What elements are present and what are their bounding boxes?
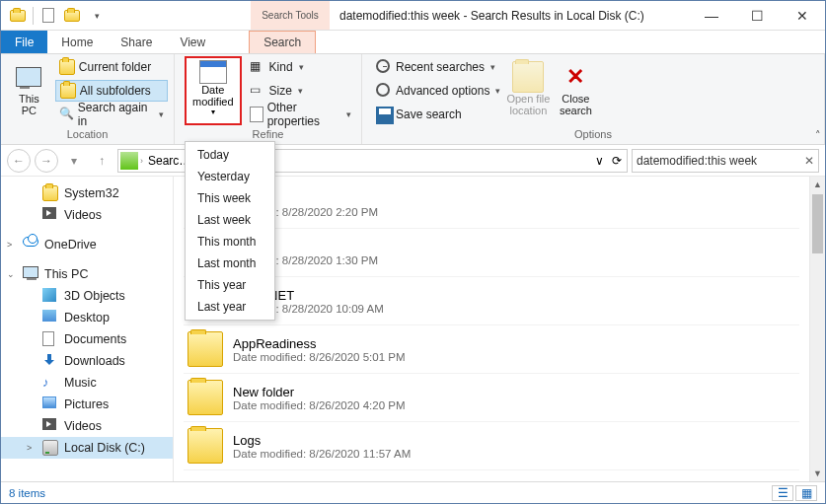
result-item[interactable]: LogsDate modified: 8/26/2020 11:57 AM	[184, 422, 799, 470]
view-details-icon[interactable]: ☰	[772, 485, 793, 501]
tree-node[interactable]: System32	[1, 182, 173, 204]
current-folder-button[interactable]: Current folder	[55, 56, 168, 78]
tree-node[interactable]: Pictures	[1, 394, 173, 415]
date-menu-item[interactable]: This month	[186, 231, 274, 252]
quick-access-toolbar	[1, 1, 113, 30]
tab-view[interactable]: View	[166, 31, 219, 53]
view-large-icons-icon[interactable]: ▦	[795, 485, 817, 501]
scroll-down-icon[interactable]: ▼	[810, 466, 825, 481]
result-item[interactable]: pmodified: 8/28/2020 2:20 PM	[184, 180, 799, 229]
search-input[interactable]: datemodified:this week ✕	[632, 149, 819, 173]
all-subfolders-button[interactable]: All subfolders	[55, 80, 168, 102]
nav-history-dropdown[interactable]: ▾	[62, 149, 86, 173]
tab-home[interactable]: Home	[47, 31, 107, 53]
date-menu-item[interactable]: Last year	[186, 296, 274, 318]
this-pc-button[interactable]: This PC	[7, 56, 51, 121]
other-properties-button[interactable]: Other properties	[246, 104, 355, 125]
nav-up-button[interactable]: ↑	[90, 149, 113, 173]
nav-back-button[interactable]: ←	[7, 149, 31, 173]
save-search-button[interactable]: Save search	[372, 104, 504, 125]
qat-properties-icon[interactable]	[38, 5, 59, 27]
qat-customize-dropdown[interactable]	[85, 5, 107, 27]
tree-node[interactable]: >Local Disk (C:)	[1, 437, 173, 459]
date-menu-item[interactable]: This week	[186, 187, 274, 209]
date-menu-item[interactable]: Last month	[186, 252, 274, 274]
date-menu-item[interactable]: Today	[186, 144, 274, 166]
address-dropdown-icon[interactable]: ∨	[592, 154, 607, 168]
status-item-count: 8 items	[9, 487, 45, 499]
minimize-button[interactable]: —	[689, 1, 734, 30]
close-button[interactable]: ✕	[780, 1, 825, 30]
tree-node[interactable]: Videos	[1, 415, 173, 437]
group-label-options: Options	[368, 126, 818, 142]
recent-searches-button[interactable]: Recent searches	[372, 56, 504, 78]
ribbon: This PC Current folder All subfolders 🔍S…	[1, 54, 825, 145]
window-title: datemodified:this week - Search Results …	[330, 1, 689, 30]
tab-share[interactable]: Share	[107, 31, 166, 53]
titlebar: Search Tools datemodified:this week - Se…	[1, 1, 825, 31]
qat-explorer-icon[interactable]	[7, 5, 29, 27]
size-button[interactable]: ▭Size	[246, 80, 355, 102]
result-item[interactable]: New folderDate modified: 8/26/2020 4:20 …	[184, 374, 799, 422]
result-item[interactable]: etchmodified: 8/28/2020 1:30 PM	[184, 229, 799, 277]
date-menu-item[interactable]: This year	[186, 274, 274, 296]
ribbon-tabs: File Home Share View Search	[1, 31, 825, 54]
ribbon-collapse-icon[interactable]: ˄	[815, 129, 821, 142]
maximize-button[interactable]: ☐	[734, 1, 780, 30]
date-menu-item[interactable]: Last week	[186, 209, 274, 231]
context-tab-search-tools[interactable]: Search Tools	[251, 1, 330, 30]
close-search-button[interactable]: ✕ Close search	[552, 56, 599, 121]
nav-forward-button[interactable]: →	[35, 149, 58, 173]
body: System32Videos>OneDrive⌄This PC3D Object…	[1, 177, 825, 481]
tree-node[interactable]: Documents	[1, 328, 173, 350]
scrollbar[interactable]: ▲ ▼	[809, 177, 825, 481]
tab-file[interactable]: File	[1, 31, 47, 53]
close-x-icon: ✕	[566, 64, 584, 90]
result-item[interactable]: AppReadinessDate modified: 8/26/2020 5:0…	[184, 325, 799, 374]
result-item[interactable]: rosoft.NETmodified: 8/28/2020 10:09 AM	[184, 277, 799, 325]
group-label-location: Location	[7, 126, 168, 142]
tree-node[interactable]: Downloads	[1, 350, 173, 372]
advanced-options-button[interactable]: Advanced options	[372, 80, 504, 102]
date-modified-menu[interactable]: TodayYesterdayThis weekLast weekThis mon…	[185, 141, 275, 321]
tab-search[interactable]: Search	[249, 31, 316, 53]
qat-new-folder-icon[interactable]	[61, 5, 83, 27]
date-menu-item[interactable]: Yesterday	[186, 166, 274, 187]
date-modified-button[interactable]: Date modified ▾	[185, 56, 242, 125]
scroll-up-icon[interactable]: ▲	[810, 177, 825, 192]
nav-tree[interactable]: System32Videos>OneDrive⌄This PC3D Object…	[1, 177, 174, 481]
search-clear-icon[interactable]: ✕	[804, 154, 814, 168]
open-file-location-button: Open file location	[504, 56, 552, 121]
group-label-refine: Refine	[181, 126, 355, 142]
tree-node[interactable]: Videos	[1, 204, 173, 226]
status-bar: 8 items ☰ ▦	[1, 481, 825, 503]
search-location-icon	[120, 152, 138, 170]
tree-node[interactable]: >OneDrive	[1, 234, 173, 255]
address-refresh-icon[interactable]: ⟳	[609, 154, 625, 168]
tree-node[interactable]: ⌄This PC	[1, 263, 173, 285]
search-again-in-button[interactable]: 🔍Search again in	[55, 104, 168, 125]
tree-node[interactable]: Desktop	[1, 307, 173, 328]
address-bar: ← → ▾ ↑ › Searc… › …isk (C:) › ∨ ⟳ datem…	[1, 145, 825, 177]
tree-node[interactable]: 3D Objects	[1, 285, 173, 307]
tree-node[interactable]: ♪Music	[1, 372, 173, 394]
kind-button[interactable]: ▦Kind	[246, 56, 355, 78]
scroll-thumb[interactable]	[812, 194, 823, 253]
